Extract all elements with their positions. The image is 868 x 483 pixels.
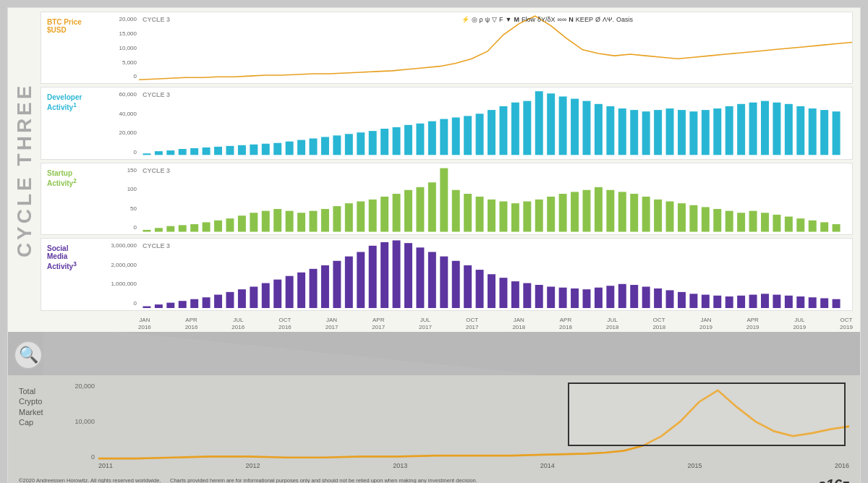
svg-rect-16 bbox=[333, 136, 341, 155]
svg-rect-103 bbox=[666, 201, 674, 231]
svg-rect-151 bbox=[535, 285, 543, 308]
x-axis-labels: JAN2016 APR2016 JUL2016 OCT2016 JAN2017 … bbox=[41, 315, 853, 332]
svg-rect-148 bbox=[499, 278, 507, 309]
svg-rect-28 bbox=[476, 114, 484, 155]
developer-chart-label: DeveloperActivity1 bbox=[41, 87, 99, 158]
svg-rect-31 bbox=[511, 103, 519, 155]
svg-rect-172 bbox=[785, 296, 793, 308]
svg-rect-64 bbox=[203, 222, 210, 231]
svg-rect-12 bbox=[286, 142, 294, 155]
svg-rect-117 bbox=[833, 224, 841, 232]
footer-left: ©2020 Andreessen Horowitz. All rights re… bbox=[19, 476, 818, 483]
svg-rect-51 bbox=[749, 103, 757, 155]
svg-rect-119 bbox=[155, 305, 163, 309]
svg-rect-165 bbox=[702, 295, 710, 308]
svg-rect-166 bbox=[713, 296, 721, 308]
svg-rect-145 bbox=[464, 265, 472, 308]
svg-rect-56 bbox=[809, 109, 817, 155]
bottom-chart-main: 20,000 10,000 0 bbox=[62, 382, 849, 461]
svg-rect-102 bbox=[654, 200, 662, 232]
svg-rect-173 bbox=[796, 296, 804, 308]
svg-rect-168 bbox=[737, 296, 745, 308]
svg-rect-13 bbox=[297, 140, 305, 155]
bottom-x-axis: 2011 2012 2013 2014 2015 2016 bbox=[62, 461, 849, 469]
btc-cycle3-label: CYCLE 3 bbox=[142, 16, 170, 23]
svg-rect-43 bbox=[654, 111, 662, 155]
svg-rect-176 bbox=[833, 299, 841, 308]
svg-rect-42 bbox=[642, 112, 650, 155]
svg-rect-111 bbox=[761, 213, 769, 231]
svg-rect-26 bbox=[452, 118, 460, 155]
svg-rect-89 bbox=[499, 201, 507, 231]
startup-chart-row: StartupActivity2 150 100 50 0 CYCLE 3 bbox=[41, 163, 853, 235]
svg-rect-62 bbox=[179, 225, 187, 231]
svg-rect-95 bbox=[571, 192, 579, 231]
svg-rect-47 bbox=[702, 111, 710, 155]
svg-rect-114 bbox=[796, 218, 804, 231]
svg-rect-86 bbox=[464, 194, 472, 232]
svg-rect-61 bbox=[166, 226, 174, 232]
svg-rect-149 bbox=[511, 282, 519, 309]
svg-rect-106 bbox=[702, 207, 710, 231]
cycle-label: CYCLE THREE bbox=[8, 8, 41, 332]
svg-rect-45 bbox=[678, 111, 686, 155]
svg-rect-158 bbox=[618, 284, 626, 308]
social-chart-row: SocialMediaActivity3 3,000,000 2,000,000… bbox=[41, 238, 853, 310]
svg-rect-87 bbox=[476, 197, 484, 232]
dev-y-axis: 60,000 40,000 20,000 0 bbox=[99, 87, 139, 158]
svg-rect-133 bbox=[321, 265, 329, 308]
svg-rect-146 bbox=[476, 270, 484, 309]
x-label-oct2016: OCT2016 bbox=[278, 317, 292, 330]
svg-rect-34 bbox=[547, 94, 555, 155]
svg-rect-60 bbox=[155, 228, 163, 231]
svg-rect-54 bbox=[785, 104, 793, 155]
social-cycle3-label: CYCLE 3 bbox=[142, 242, 170, 249]
x-label-jan2017: JAN2017 bbox=[326, 317, 339, 330]
developer-svg bbox=[139, 87, 852, 158]
svg-rect-105 bbox=[689, 205, 697, 232]
svg-rect-116 bbox=[820, 222, 828, 231]
crypto-icons: ⚡ ◎ ρ ψ ▽ F ▼ M Flow δY/δX ∞∞ N KEEP Ø bbox=[461, 16, 633, 23]
svg-rect-141 bbox=[416, 248, 424, 309]
svg-rect-18 bbox=[357, 133, 365, 155]
svg-rect-29 bbox=[488, 111, 495, 155]
svg-rect-110 bbox=[749, 211, 757, 232]
svg-rect-2 bbox=[166, 151, 174, 155]
developer-chart-row: DeveloperActivity1 60,000 40,000 20,000 … bbox=[41, 87, 853, 159]
svg-rect-175 bbox=[820, 299, 828, 309]
x-label-jan2016: JAN2016 bbox=[138, 317, 151, 330]
svg-rect-109 bbox=[737, 213, 745, 231]
svg-rect-3 bbox=[179, 149, 187, 155]
x-label-jul2018: JUL2018 bbox=[606, 317, 619, 330]
svg-marker-178 bbox=[43, 332, 540, 375]
svg-rect-65 bbox=[214, 221, 222, 232]
svg-rect-137 bbox=[369, 246, 377, 308]
bottom-chart-wrapper: 20,000 10,000 0 2011 20 bbox=[62, 382, 849, 469]
svg-rect-75 bbox=[333, 206, 341, 231]
svg-rect-82 bbox=[416, 187, 424, 232]
svg-rect-100 bbox=[630, 194, 638, 232]
svg-rect-21 bbox=[393, 127, 401, 155]
top-section: CYCLE THREE BTC Price$USD 20,000 15,000 … bbox=[8, 8, 860, 332]
svg-rect-129 bbox=[273, 280, 281, 308]
x-label-oct2017: OCT2017 bbox=[466, 317, 479, 330]
svg-rect-55 bbox=[796, 106, 804, 155]
svg-rect-73 bbox=[310, 211, 318, 232]
svg-rect-50 bbox=[737, 104, 745, 155]
svg-rect-126 bbox=[238, 290, 246, 309]
svg-rect-14 bbox=[310, 139, 318, 155]
startup-chart-content: CYCLE 3 bbox=[139, 163, 852, 234]
x-label-oct2019: OCT2019 bbox=[840, 317, 853, 330]
svg-rect-143 bbox=[440, 257, 448, 308]
triangle-area: 🔍 bbox=[8, 332, 860, 375]
svg-rect-96 bbox=[583, 190, 591, 232]
svg-rect-88 bbox=[488, 200, 495, 232]
svg-rect-57 bbox=[820, 111, 828, 155]
svg-rect-72 bbox=[297, 213, 305, 231]
social-chart-label: SocialMediaActivity3 bbox=[41, 239, 99, 309]
svg-rect-25 bbox=[440, 119, 448, 155]
svg-rect-70 bbox=[273, 209, 281, 232]
svg-rect-63 bbox=[190, 224, 198, 232]
svg-rect-134 bbox=[333, 261, 341, 308]
svg-rect-147 bbox=[488, 275, 495, 309]
